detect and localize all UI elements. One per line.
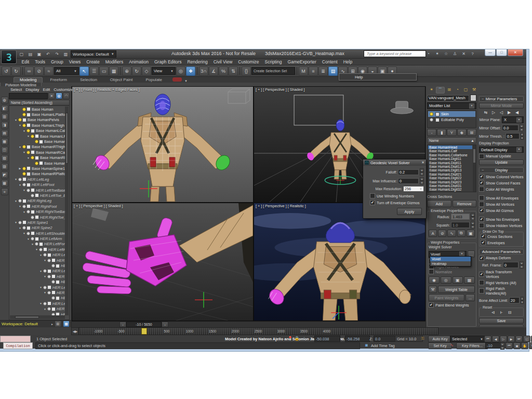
filter-bones-icon[interactable]: ▧ (1, 155, 8, 162)
tree-item[interactable]: ▼HER:LeftHand (10, 247, 65, 252)
tree-item[interactable]: HER:LeftHandPinky3 (10, 296, 65, 301)
viewport-front[interactable]: [ + ] [ Front ] [ Realistic + Edged Face… (72, 87, 253, 202)
dialog-title-bar[interactable]: ◠ Geodesic Voxel Solver ✕ (363, 159, 426, 166)
maximize-button[interactable]: □ (496, 49, 507, 56)
bind-to-space-warp-icon[interactable]: ≈ (44, 66, 54, 76)
workspace-settings-icon[interactable]: ⊞ (55, 321, 61, 327)
mirror-offset-field[interactable]: 0.0 (502, 125, 518, 131)
select-by-name-icon[interactable]: ☰ (89, 66, 99, 76)
tree-item[interactable]: Base HumanLDigit01 (10, 139, 65, 144)
checkbox-show-all-envelopes[interactable]: Show All Envelopes (479, 195, 524, 201)
coord-system-value[interactable]: View▼ (152, 67, 176, 75)
tree-vertical-scrollbar[interactable] (65, 107, 69, 315)
sign-in-icon[interactable]: ♙ (451, 50, 458, 57)
menu-group[interactable]: Group (48, 59, 66, 64)
viewport-perspective-top-label[interactable]: [ + ] [ Perspective ] [ Shaded ] (256, 87, 305, 92)
display-projection-dropdown[interactable]: Default Display▼ (479, 147, 524, 153)
tree-item[interactable]: ▼HER:LeftHandMiddle1 (10, 269, 65, 274)
a360-icon[interactable]: ✕ (460, 50, 467, 57)
paste-green-to-blue-bones-icon[interactable]: ▷ (491, 110, 497, 115)
layer-manager-icon[interactable]: ≣ (318, 66, 328, 76)
expand-arrow-icon[interactable]: ▼ (39, 302, 43, 305)
load-envelopes-button[interactable]: Load (479, 325, 524, 327)
menu-create[interactable]: Create (84, 59, 103, 64)
tree-item[interactable]: ▼HER:RightFoot (10, 204, 65, 209)
undo-icon[interactable]: ↺ (2, 66, 11, 76)
advanced-parameters-rollout[interactable]: −Advanced Parameters (479, 249, 524, 255)
ribbon-tab-modeling[interactable]: Modeling (14, 77, 43, 83)
tree-item[interactable]: Base HumanRPlatform (10, 171, 65, 177)
expand-arrow-icon[interactable]: ▼ (14, 118, 18, 122)
use-pivot-point-icon[interactable]: ◎ (176, 66, 185, 76)
paint-blend-weights-checkbox[interactable]: ✔ Paint Blend Weights (429, 302, 475, 308)
tree-item[interactable]: ▼HER:LeftToeBase (10, 188, 65, 193)
dialog-max-influence-field[interactable]: 0 (398, 178, 419, 184)
expand-arrow-icon[interactable]: ▼ (43, 275, 47, 278)
expand-arrow-icon[interactable]: ▼ (43, 259, 47, 262)
display-hidden-icon[interactable]: ▨ (1, 163, 8, 170)
frame-spinner[interactable]: ▴▾ (500, 342, 504, 350)
exclude-vertices-icon[interactable]: ⊘ (438, 230, 446, 237)
tree-item[interactable]: ▼HER:LeftFoot (10, 182, 65, 187)
undo-qat-icon[interactable]: ↶ (44, 51, 52, 57)
bone-list-item[interactable]: Base HumanLDigit11 (428, 157, 472, 161)
time-ruler[interactable]: -1000-5005001000150020002500300035004000 (79, 327, 438, 335)
tree-item[interactable]: ▼HER:LeftHandMiddle2 (10, 274, 65, 279)
mirror-paste-icon[interactable]: ⇆ (483, 110, 489, 115)
checkbox-color-all-weights[interactable]: Color All Weights (479, 187, 524, 192)
menu-content[interactable]: Content (319, 59, 340, 64)
weight-tool-wrench-icon[interactable]: ⚒ (429, 286, 437, 293)
tree-item[interactable]: ▼Base HumanRFoot (10, 155, 65, 161)
create-tab-icon[interactable]: ✶ (428, 87, 435, 92)
ribbon-tab-populate[interactable]: Populate (140, 77, 168, 83)
help-menu-icon[interactable]: ? (469, 50, 476, 57)
expand-arrow-icon[interactable]: ▼ (26, 156, 30, 159)
viewport-perspective-hand-label[interactable]: [ + ] [ Perspective ] [ Shaded ] (74, 204, 123, 208)
tree-item[interactable]: ▶Base HumanSpine1 (10, 166, 65, 171)
percent-snap-icon[interactable]: % (219, 66, 228, 76)
listener-compilation-label[interactable]: Compilation (3, 342, 33, 349)
tree-item[interactable]: ▼HER:LeftArm (10, 236, 65, 241)
filter-cameras-icon[interactable]: ▦ (1, 138, 8, 145)
select-excluded-icon[interactable]: ▣ (453, 276, 463, 284)
falloff-curve-icon[interactable]: ∿ (447, 230, 456, 237)
lock-cell-editing-icon[interactable]: ◍ (1, 97, 8, 104)
dialog-spinner[interactable]: ▴▾ (420, 177, 424, 184)
checkbox-show-all-vertices[interactable]: Show All Vertices (479, 202, 524, 207)
explorer-menu-edit[interactable]: Edit (42, 87, 51, 92)
paste-envelope-icon[interactable]: ▣ (467, 230, 475, 237)
open-file-icon[interactable]: ▤ (26, 51, 34, 57)
menu-animation[interactable]: Animation (126, 59, 152, 64)
zoom-region-icon[interactable]: ▣ (513, 342, 521, 349)
weight-table-button[interactable]: Weight Table (438, 286, 475, 293)
object-color-swatch[interactable] (470, 95, 476, 101)
menu-scripting[interactable]: Scripting (262, 59, 285, 64)
lock-icon[interactable]: ◠ (63, 92, 70, 99)
modifier-bulb-icon[interactable] (430, 112, 433, 116)
mirror-plane-dropdown[interactable]: X▼ (502, 116, 524, 123)
tree-item[interactable]: Base HumanLPlatform (10, 112, 65, 117)
menu-help[interactable]: Help (340, 59, 355, 64)
tree-item[interactable]: ▼Base HumanLCalf (10, 128, 65, 134)
workspace-label[interactable]: Workspace: Default (2, 322, 38, 326)
ref-frame-field[interactable]: 0 (503, 262, 518, 268)
checkbox-show-hidden-vertices[interactable]: Show Hidden Vertices (479, 223, 524, 228)
mirror-parameters-rollout[interactable]: −Mirror Parameters (479, 96, 524, 102)
filter-helpers-icon[interactable]: ◫ (1, 147, 8, 154)
modifier-list-dropdown[interactable]: Modifier List▼ (427, 102, 476, 109)
motion-tab-icon[interactable]: ◔ (454, 87, 461, 92)
reset-selected-verts-icon[interactable]: ⊲ (490, 310, 496, 315)
expand-arrow-icon[interactable]: ▼ (18, 205, 22, 208)
mirror-thresh-field[interactable]: 0.5 (506, 133, 520, 139)
make-unique-icon[interactable]: Y (447, 129, 456, 136)
expand-arrow-icon[interactable]: ▼ (14, 200, 18, 203)
checkbox-show-colored-vertices[interactable]: ✔Show Colored Vertices (479, 174, 524, 179)
menu-edit[interactable]: Edit (19, 59, 32, 64)
manual-update-checkbox[interactable]: Manual Update (479, 154, 524, 158)
spinner-snap-icon[interactable]: ⇅ (229, 66, 238, 76)
selection-lock-icon[interactable]: 🔒 (294, 336, 300, 341)
bake-weights-icon[interactable]: ▦ (464, 276, 475, 284)
select-and-manipulate-icon[interactable]: ❖ (186, 66, 195, 76)
modifier-stack-item[interactable]: Editable Poly (428, 117, 475, 123)
tree-item[interactable]: ▼Base HumanLFoot (10, 134, 65, 139)
